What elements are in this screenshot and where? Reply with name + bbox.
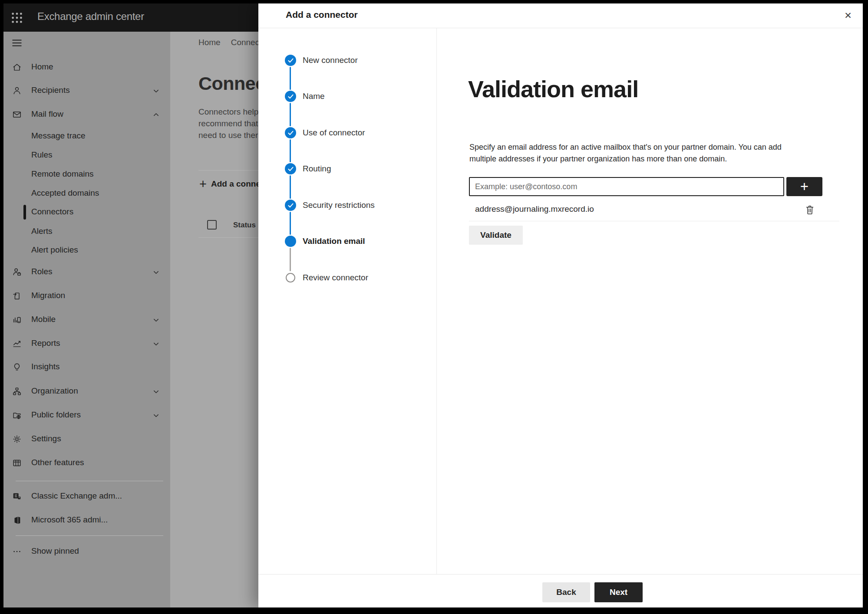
- step-name[interactable]: Name: [258, 88, 432, 105]
- select-all-checkbox[interactable]: [207, 220, 217, 230]
- sidebar-item-alert-policies[interactable]: Alert policies: [3, 242, 170, 259]
- step-completed-icon: [285, 127, 296, 138]
- line-chart-icon: [12, 339, 22, 348]
- screenshot-frame: Exchange admin center Home Recipients Ma…: [0, 0, 868, 614]
- stepper-connector-line: [290, 67, 291, 90]
- sidebar-item-other-features[interactable]: Other features: [3, 454, 170, 472]
- sidebar-item-organization[interactable]: Organization: [3, 383, 170, 400]
- selected-indicator: [23, 205, 26, 220]
- add-connector-dialog: Add a connector ✕ New connector Name Use…: [258, 3, 863, 607]
- add-connector-button[interactable]: + Add a connector: [199, 175, 258, 193]
- step-completed-icon: [285, 91, 296, 102]
- sidebar-item-alerts[interactable]: Alerts: [3, 223, 170, 240]
- sidebar-item-microsoft-365-admin[interactable]: Microsoft 365 admi...: [3, 512, 170, 529]
- gear-icon: [12, 434, 22, 444]
- step-current-icon: [285, 236, 296, 247]
- sidebar-item-rules[interactable]: Rules: [3, 147, 170, 164]
- org-chart-icon: [12, 387, 22, 396]
- stepper-connector-line: [290, 139, 291, 162]
- trash-icon[interactable]: [805, 204, 817, 216]
- stepper-connector-line-pending: [290, 248, 291, 271]
- step-routing[interactable]: Routing: [258, 160, 432, 177]
- content-divider: [198, 170, 258, 171]
- lightbulb-icon: [12, 362, 22, 372]
- sidebar-item-message-trace[interactable]: Message trace: [3, 128, 170, 145]
- stepper-connector-line: [290, 175, 291, 199]
- breadcrumb-home-link[interactable]: Home: [198, 38, 221, 47]
- folder-globe-icon: [12, 410, 22, 420]
- step-use-of-connector[interactable]: Use of connector: [258, 124, 432, 141]
- sidebar-item-migration[interactable]: Migration: [3, 287, 170, 305]
- sidebar-item-public-folders[interactable]: Public folders: [3, 407, 170, 424]
- exchange-logo-icon: [12, 492, 22, 501]
- table-grid-icon: [12, 458, 22, 468]
- sidebar-item-settings[interactable]: Settings: [3, 430, 170, 448]
- sidebar-item-classic-exchange-admin[interactable]: Classic Exchange adm...: [3, 488, 170, 505]
- stepper-panel-border: [436, 28, 437, 574]
- sidebar-item-roles[interactable]: Roles: [3, 263, 170, 281]
- plus-icon: +: [199, 178, 207, 190]
- chevron-down-icon: [153, 388, 159, 395]
- person-icon: [12, 86, 22, 95]
- chevron-down-icon: [153, 341, 159, 347]
- sidebar-divider: [16, 535, 163, 536]
- stepper-connector-line: [290, 103, 291, 126]
- add-email-button[interactable]: +: [786, 177, 822, 196]
- step-description: Specify an email address for an active m…: [469, 141, 782, 165]
- chevron-down-icon: [153, 88, 159, 94]
- app-window: Exchange admin center Home Recipients Ma…: [3, 3, 863, 607]
- sidebar-item-connectors[interactable]: Connectors: [3, 204, 170, 221]
- page-title: Connectors: [198, 73, 258, 96]
- chevron-up-icon: [153, 112, 159, 118]
- validation-email-input[interactable]: [469, 177, 784, 196]
- app-title: Exchange admin center: [37, 10, 144, 23]
- dialog-title: Add a connector: [286, 10, 358, 20]
- sidebar-item-reports[interactable]: Reports: [3, 335, 170, 352]
- step-completed-icon: [285, 163, 296, 174]
- breadcrumb: Home Connectors: [198, 36, 258, 49]
- back-button[interactable]: Back: [542, 582, 590, 602]
- step-heading: Validation email: [468, 76, 638, 102]
- page-description: Connectors help recommend that need to u…: [198, 106, 258, 145]
- chevron-down-icon: [153, 412, 159, 419]
- breadcrumb-connectors-link[interactable]: Connectors: [231, 38, 258, 47]
- email-address-row: address@journaling.mxrecord.io: [469, 199, 839, 221]
- ellipsis-icon: [12, 547, 22, 556]
- mobile-device-icon: [12, 315, 22, 325]
- dialog-header: Add a connector ✕: [258, 3, 863, 28]
- status-column-header[interactable]: Status: [233, 221, 256, 230]
- app-launcher-waffle-icon[interactable]: [10, 11, 24, 25]
- document-import-icon: [12, 291, 22, 301]
- email-address-value: address@journaling.mxrecord.io: [475, 204, 594, 214]
- person-badge-icon: [12, 267, 22, 277]
- mail-icon: [12, 110, 22, 119]
- dialog-footer-divider: [258, 574, 863, 575]
- step-validation-email[interactable]: Validation email: [258, 233, 432, 250]
- next-button[interactable]: Next: [594, 582, 643, 602]
- sidebar-divider: [16, 481, 163, 481]
- close-icon[interactable]: ✕: [840, 8, 856, 23]
- sidebar-item-recipients[interactable]: Recipients: [3, 82, 170, 99]
- sidebar-item-remote-domains[interactable]: Remote domains: [3, 166, 170, 183]
- chevron-down-icon: [153, 269, 159, 276]
- step-review-connector[interactable]: Review connector: [258, 269, 432, 286]
- sidebar-item-insights[interactable]: Insights: [3, 358, 170, 376]
- sidebar-item-mobile[interactable]: Mobile: [3, 311, 170, 328]
- step-new-connector[interactable]: New connector: [258, 52, 432, 69]
- hamburger-menu-icon[interactable]: [11, 37, 24, 49]
- content-divider: [198, 237, 258, 238]
- sidebar-item-accepted-domains[interactable]: Accepted domains: [3, 185, 170, 202]
- home-icon: [12, 62, 22, 72]
- step-upcoming-icon: [286, 273, 295, 282]
- validate-button[interactable]: Validate: [469, 226, 523, 245]
- sidebar-item-mail-flow[interactable]: Mail flow: [3, 106, 170, 123]
- sidebar-item-home[interactable]: Home: [3, 59, 170, 76]
- sidebar-item-show-pinned[interactable]: Show pinned: [3, 543, 170, 560]
- chevron-down-icon: [153, 317, 159, 323]
- step-completed-icon: [285, 55, 296, 66]
- stepper-connector-line: [290, 212, 291, 235]
- step-security-restrictions[interactable]: Security restrictions: [258, 197, 432, 214]
- step-completed-icon: [285, 200, 296, 211]
- microsoft-365-logo-icon: [12, 515, 22, 525]
